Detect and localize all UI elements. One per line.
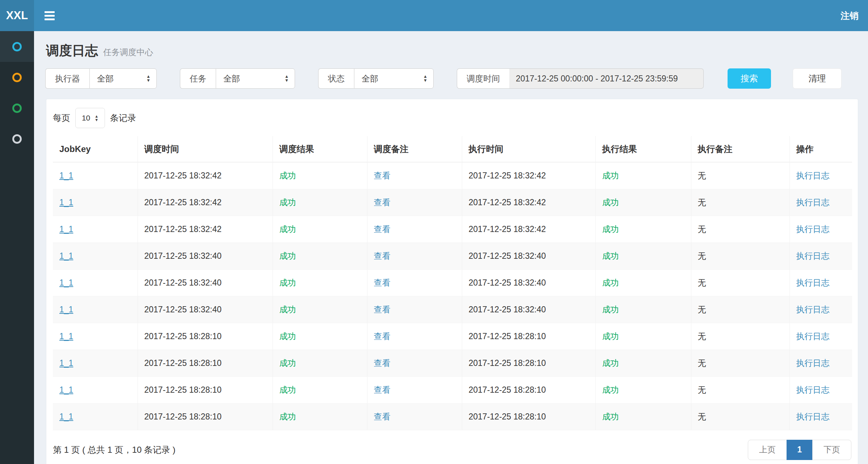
sidebar-menu-item[interactable] bbox=[0, 123, 34, 154]
view-remark-link[interactable]: 查看 bbox=[374, 385, 391, 395]
exec-result-badge: 成功 bbox=[602, 385, 619, 395]
sidebar-menu-item[interactable] bbox=[0, 31, 34, 62]
jobkey-cell: 1_1 bbox=[53, 323, 138, 350]
exec-result-badge: 成功 bbox=[602, 332, 619, 341]
table-column-header[interactable]: 执行备注 bbox=[691, 136, 789, 162]
dispatch-time-cell: 2017-12-25 18:32:42 bbox=[138, 189, 273, 216]
time-filter-group: 调度时间 2017-12-25 00:00:00 - 2017-12-25 23… bbox=[457, 68, 704, 89]
jobkey-link[interactable]: 1_1 bbox=[59, 224, 73, 234]
jobkey-link[interactable]: 1_1 bbox=[59, 198, 73, 207]
logout-link[interactable]: 注销 bbox=[831, 0, 868, 31]
select-arrows-icon bbox=[94, 114, 98, 122]
prev-page-button[interactable]: 上页 bbox=[748, 440, 787, 460]
jobkey-link[interactable]: 1_1 bbox=[59, 332, 73, 341]
jobkey-link[interactable]: 1_1 bbox=[59, 305, 73, 314]
job-select-value: 全部 bbox=[223, 73, 279, 84]
table-body: 1_1 2017-12-25 18:32:42 成功 查看 2017-12-25… bbox=[53, 162, 852, 430]
exec-time-cell: 2017-12-25 18:32:40 bbox=[462, 269, 595, 296]
view-remark-link[interactable]: 查看 bbox=[374, 332, 391, 341]
dispatch-remark-cell: 查看 bbox=[367, 242, 462, 269]
page-title: 调度日志 bbox=[46, 42, 98, 60]
page-header: 调度日志 任务调度中心 bbox=[34, 31, 868, 60]
search-button[interactable]: 搜索 bbox=[728, 68, 771, 89]
circle-icon bbox=[12, 104, 22, 113]
exec-log-link[interactable]: 执行日志 bbox=[796, 251, 830, 261]
jobkey-link[interactable]: 1_1 bbox=[59, 278, 73, 287]
exec-remark-cell: 无 bbox=[691, 189, 789, 216]
dispatch-result-cell: 成功 bbox=[273, 376, 367, 403]
view-remark-link[interactable]: 查看 bbox=[374, 198, 391, 207]
exec-result-badge: 成功 bbox=[602, 171, 619, 180]
dispatch-result-cell: 成功 bbox=[273, 162, 367, 189]
exec-remark-cell: 无 bbox=[691, 269, 789, 296]
exec-time-cell: 2017-12-25 18:28:10 bbox=[462, 403, 595, 430]
view-remark-link[interactable]: 查看 bbox=[374, 224, 391, 234]
view-remark-link[interactable]: 查看 bbox=[374, 278, 391, 287]
jobkey-link[interactable]: 1_1 bbox=[59, 251, 73, 261]
action-cell: 执行日志 bbox=[789, 323, 852, 350]
view-remark-link[interactable]: 查看 bbox=[374, 305, 391, 314]
exec-log-link[interactable]: 执行日志 bbox=[796, 358, 830, 368]
top-navbar: XXL 注销 bbox=[0, 0, 868, 31]
exec-remark-cell: 无 bbox=[691, 323, 789, 350]
app-logo[interactable]: XXL bbox=[0, 0, 34, 31]
table-column-header[interactable]: 调度备注 bbox=[367, 136, 462, 162]
table-row: 1_1 2017-12-25 18:32:42 成功 查看 2017-12-25… bbox=[53, 162, 852, 189]
table-column-header[interactable]: JobKey bbox=[53, 136, 138, 162]
sidebar-menu-item[interactable] bbox=[0, 62, 34, 93]
time-range-input[interactable]: 2017-12-25 00:00:00 - 2017-12-25 23:59:5… bbox=[509, 68, 704, 89]
jobkey-link[interactable]: 1_1 bbox=[59, 171, 73, 180]
action-cell: 执行日志 bbox=[789, 376, 852, 403]
view-remark-link[interactable]: 查看 bbox=[374, 251, 391, 261]
exec-log-link[interactable]: 执行日志 bbox=[796, 278, 830, 287]
action-cell: 执行日志 bbox=[789, 296, 852, 323]
table-column-header[interactable]: 调度时间 bbox=[138, 136, 273, 162]
next-page-button[interactable]: 下页 bbox=[812, 440, 851, 460]
length-prefix-label: 每页 bbox=[53, 112, 70, 124]
job-select[interactable]: 全部 bbox=[216, 68, 295, 89]
exec-log-link[interactable]: 执行日志 bbox=[796, 198, 830, 207]
view-remark-link[interactable]: 查看 bbox=[374, 358, 391, 368]
exec-result-badge: 成功 bbox=[602, 224, 619, 234]
view-remark-link[interactable]: 查看 bbox=[374, 171, 391, 180]
time-filter-label: 调度时间 bbox=[457, 68, 509, 89]
executor-select[interactable]: 全部 bbox=[89, 68, 157, 89]
exec-log-link[interactable]: 执行日志 bbox=[796, 385, 830, 395]
dispatch-remark-cell: 查看 bbox=[367, 269, 462, 296]
dispatch-result-cell: 成功 bbox=[273, 350, 367, 376]
exec-log-link[interactable]: 执行日志 bbox=[796, 171, 830, 180]
table-row: 1_1 2017-12-25 18:32:42 成功 查看 2017-12-25… bbox=[53, 216, 852, 242]
action-cell: 执行日志 bbox=[789, 403, 852, 430]
exec-log-link[interactable]: 执行日志 bbox=[796, 224, 830, 234]
current-page-button[interactable]: 1 bbox=[787, 440, 813, 460]
filter-toolbar: 执行器 全部 任务 全部 状态 全部 调度时间 2017-12-25 00: bbox=[45, 68, 857, 89]
job-filter-label: 任务 bbox=[180, 68, 216, 89]
table-column-header[interactable]: 执行结果 bbox=[595, 136, 691, 162]
log-table-box: 每页 10 条记录 JobKey 调度时间 调度结果 bbox=[46, 99, 858, 464]
exec-log-link[interactable]: 执行日志 bbox=[796, 332, 830, 341]
dispatch-result-badge: 成功 bbox=[279, 305, 296, 314]
view-remark-link[interactable]: 查看 bbox=[374, 412, 391, 421]
clear-button[interactable]: 清理 bbox=[793, 68, 842, 89]
jobkey-link[interactable]: 1_1 bbox=[59, 358, 73, 368]
content-area: 调度日志 任务调度中心 执行器 全部 任务 全部 状态 全部 bbox=[34, 31, 868, 464]
table-row: 1_1 2017-12-25 18:32:40 成功 查看 2017-12-25… bbox=[53, 269, 852, 296]
status-select[interactable]: 全部 bbox=[354, 68, 434, 89]
jobkey-link[interactable]: 1_1 bbox=[59, 412, 73, 421]
sidebar-menu-item[interactable] bbox=[0, 93, 34, 123]
sidebar-toggle-button[interactable] bbox=[34, 0, 65, 31]
exec-time-cell: 2017-12-25 18:28:10 bbox=[462, 323, 595, 350]
jobkey-link[interactable]: 1_1 bbox=[59, 385, 73, 395]
table-column-header[interactable]: 操作 bbox=[789, 136, 852, 162]
table-column-header[interactable]: 调度结果 bbox=[273, 136, 367, 162]
jobkey-cell: 1_1 bbox=[53, 269, 138, 296]
dispatch-result-cell: 成功 bbox=[273, 216, 367, 242]
exec-log-link[interactable]: 执行日志 bbox=[796, 305, 830, 314]
table-column-header[interactable]: 执行时间 bbox=[462, 136, 595, 162]
page-length-select[interactable]: 10 bbox=[75, 108, 105, 128]
status-select-value: 全部 bbox=[362, 73, 418, 84]
dispatch-remark-cell: 查看 bbox=[367, 323, 462, 350]
exec-remark-cell: 无 bbox=[691, 296, 789, 323]
exec-log-link[interactable]: 执行日志 bbox=[796, 412, 830, 421]
circle-icon bbox=[12, 134, 22, 144]
